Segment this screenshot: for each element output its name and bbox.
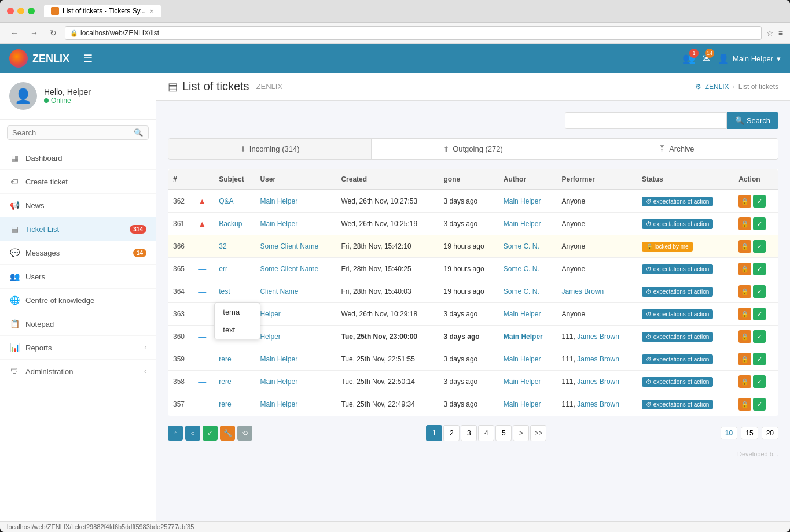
- tab-close-btn[interactable]: ✕: [149, 8, 154, 14]
- ticket-subject-link[interactable]: err: [219, 265, 227, 273]
- action-lock-btn[interactable]: 🔒: [738, 195, 751, 208]
- per-page-15-btn[interactable]: 15: [741, 427, 758, 439]
- performer-link[interactable]: James Brown: [577, 355, 619, 363]
- search-input[interactable]: [12, 128, 134, 137]
- sidebar-item-ticket-list[interactable]: ▤ Ticket List 314: [0, 217, 156, 241]
- author-link[interactable]: Main Helper: [504, 220, 541, 228]
- action-ok-btn[interactable]: ✓: [753, 330, 766, 343]
- back-btn[interactable]: ←: [7, 27, 22, 39]
- page-btn-1[interactable]: 1: [426, 425, 442, 441]
- user-link[interactable]: Some Client Name: [260, 265, 318, 273]
- author-link[interactable]: Some C. N.: [504, 265, 539, 273]
- notifications-btn[interactable]: 👥 1: [682, 52, 695, 65]
- pag-tool-btn[interactable]: 🔧: [220, 426, 235, 441]
- user-menu[interactable]: 👤 Main Helper ▾: [718, 53, 781, 64]
- tab-incoming[interactable]: ⬇ Incoming (314): [168, 139, 372, 159]
- user-link[interactable]: Client Name: [260, 287, 298, 295]
- author-link[interactable]: Main Helper: [504, 355, 541, 363]
- refresh-btn[interactable]: ↻: [46, 27, 60, 39]
- performer-link[interactable]: James Brown: [577, 400, 619, 408]
- sidebar-item-messages[interactable]: 💬 Messages 14: [0, 241, 156, 265]
- ticket-subject-link[interactable]: rere: [219, 378, 231, 386]
- action-lock-btn[interactable]: 🔒: [738, 263, 751, 275]
- ticket-subject-link[interactable]: 32: [219, 242, 226, 250]
- page-btn-5[interactable]: 5: [495, 425, 512, 441]
- sidebar-item-dashboard[interactable]: ▦ Dashboard: [0, 146, 156, 170]
- user-link[interactable]: Some Client Name: [260, 242, 318, 250]
- action-ok-btn[interactable]: ✓: [753, 263, 766, 275]
- action-lock-btn[interactable]: 🔒: [738, 330, 751, 343]
- action-ok-btn[interactable]: ✓: [753, 353, 766, 365]
- action-lock-btn[interactable]: 🔒: [738, 375, 751, 388]
- user-link[interactable]: Main Helper: [260, 355, 297, 363]
- per-page-20-btn[interactable]: 20: [762, 427, 778, 439]
- bookmark-btn[interactable]: ☆: [766, 28, 774, 38]
- action-ok-btn[interactable]: ✓: [753, 308, 766, 320]
- user-link[interactable]: Main Helper: [260, 197, 297, 205]
- action-lock-btn[interactable]: 🔒: [738, 285, 751, 298]
- sidebar-item-notepad[interactable]: 📋 Notepad: [0, 312, 156, 336]
- maximize-dot[interactable]: [28, 8, 35, 14]
- forward-btn[interactable]: →: [27, 27, 42, 39]
- user-link[interactable]: Main Helper: [260, 220, 297, 228]
- performer-link[interactable]: James Brown: [562, 287, 604, 295]
- action-lock-btn[interactable]: 🔒: [738, 353, 751, 365]
- tab-archive[interactable]: 🗄 Archive: [575, 139, 778, 159]
- close-dot[interactable]: [7, 8, 14, 14]
- ticket-subject-link[interactable]: rere: [219, 355, 231, 363]
- user-link[interactable]: Main Helper: [260, 400, 297, 408]
- page-btn-3[interactable]: 3: [461, 425, 477, 441]
- author-link[interactable]: Main Helper: [504, 378, 541, 386]
- author-link[interactable]: Some C. N.: [504, 287, 539, 295]
- page-last-btn[interactable]: >>: [530, 425, 546, 441]
- pag-clock-btn[interactable]: ○: [185, 426, 200, 441]
- action-lock-btn[interactable]: 🔒: [738, 240, 751, 253]
- top-search-input[interactable]: [565, 112, 727, 129]
- action-lock-btn[interactable]: 🔒: [738, 398, 751, 411]
- sidebar-item-create-ticket[interactable]: 🏷 Create ticket: [0, 170, 156, 194]
- action-ok-btn[interactable]: ✓: [753, 240, 766, 253]
- performer-link[interactable]: James Brown: [577, 332, 619, 341]
- user-link[interactable]: Main Helper: [260, 378, 297, 386]
- sidebar-item-administration[interactable]: 🛡 Administration ‹: [0, 360, 156, 383]
- author-link[interactable]: Main Helper: [504, 197, 541, 205]
- ticket-subject-link[interactable]: test: [219, 287, 230, 295]
- per-page-10-btn[interactable]: 10: [721, 427, 737, 439]
- minimize-dot[interactable]: [17, 8, 24, 14]
- page-btn-2[interactable]: 2: [443, 425, 460, 441]
- user-link[interactable]: Helper: [260, 310, 280, 318]
- sidebar-item-news[interactable]: 📢 News: [0, 194, 156, 217]
- author-link[interactable]: Main Helper: [504, 400, 541, 408]
- sidebar-item-centre-of-knowledge[interactable]: 🌐 Centre of knowledge: [0, 289, 156, 312]
- action-lock-btn[interactable]: 🔒: [738, 217, 751, 230]
- user-link[interactable]: Helper: [260, 332, 280, 341]
- author-link[interactable]: Main Helper: [504, 310, 541, 318]
- ticket-subject-link[interactable]: Backup: [219, 220, 242, 228]
- action-ok-btn[interactable]: ✓: [753, 217, 766, 230]
- dropdown-item-text[interactable]: text: [215, 321, 260, 339]
- action-ok-btn[interactable]: ✓: [753, 195, 766, 208]
- search-btn[interactable]: 🔍: [134, 128, 144, 137]
- sidebar-item-users[interactable]: 👥 Users: [0, 265, 156, 289]
- ticket-subject-link[interactable]: rere: [219, 400, 231, 408]
- pag-arrow-btn[interactable]: ⟲: [237, 426, 252, 441]
- tab-outgoing[interactable]: ⬆ Outgoing (272): [372, 139, 575, 159]
- breadcrumb-home[interactable]: ZENLIX: [705, 83, 729, 91]
- pag-home-btn[interactable]: ⌂: [168, 426, 183, 441]
- page-next-btn[interactable]: >: [513, 425, 529, 441]
- pag-check-btn[interactable]: ✓: [203, 426, 218, 441]
- action-ok-btn[interactable]: ✓: [753, 285, 766, 298]
- action-lock-btn[interactable]: 🔒: [738, 308, 751, 320]
- author-link[interactable]: Some C. N.: [504, 242, 539, 250]
- menu-btn[interactable]: ≡: [778, 28, 783, 38]
- dropdown-item-tema[interactable]: tema: [215, 303, 260, 321]
- sidebar-item-reports[interactable]: 📊 Reports ‹: [0, 336, 156, 360]
- ticket-subject-link[interactable]: Q&A: [219, 197, 233, 205]
- page-btn-4[interactable]: 4: [478, 425, 494, 441]
- action-ok-btn[interactable]: ✓: [753, 375, 766, 388]
- performer-link[interactable]: James Brown: [577, 378, 619, 386]
- hamburger-btn[interactable]: ☰: [79, 50, 97, 67]
- messages-btn[interactable]: ✉ 14: [702, 52, 711, 65]
- action-ok-btn[interactable]: ✓: [753, 398, 766, 411]
- author-link[interactable]: Main Helper: [504, 332, 543, 341]
